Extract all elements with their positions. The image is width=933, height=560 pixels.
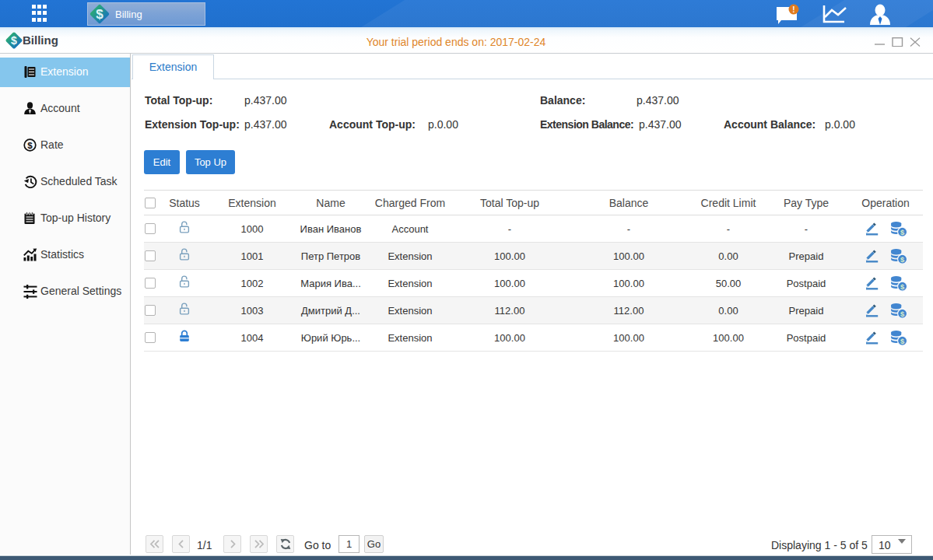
svg-text:$: $ [900, 255, 905, 264]
svg-text:$: $ [900, 282, 905, 291]
svg-text:$: $ [900, 310, 905, 318]
svg-text:$: $ [900, 228, 905, 236]
svg-text:$: $ [96, 7, 103, 22]
svg-text:!: ! [792, 5, 794, 14]
svg-text:$: $ [900, 337, 905, 345]
svg-text:$: $ [27, 141, 33, 150]
